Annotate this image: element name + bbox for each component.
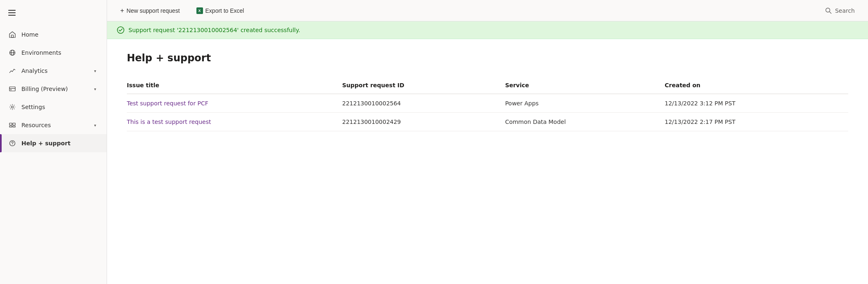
billing-chevron-icon: ▾ — [92, 86, 98, 92]
svg-point-7 — [12, 106, 14, 108]
search-icon — [825, 7, 832, 14]
sidebar-item-environments-label: Environments — [21, 49, 98, 56]
success-banner: Support request '2212130010002564' creat… — [107, 21, 868, 39]
sidebar-item-resources[interactable]: Resources ▾ — [0, 116, 107, 134]
sidebar-item-help-support-label: Help + support — [21, 140, 98, 147]
sidebar-item-home[interactable]: Home — [0, 26, 107, 44]
service-cell: Power Apps — [505, 94, 665, 113]
hamburger-menu-icon[interactable] — [7, 8, 17, 17]
sidebar-item-environments[interactable]: Environments — [0, 44, 107, 62]
sidebar-item-billing[interactable]: Billing (Preview) ▾ — [0, 80, 107, 98]
success-message: Support request '2212130010002564' creat… — [128, 27, 300, 33]
svg-rect-10 — [9, 126, 12, 127]
created-on-cell: 12/13/2022 2:17 PM PST — [665, 113, 848, 131]
page-body: Help + support Issue title Support reque… — [107, 39, 868, 284]
new-support-request-button[interactable]: + New support request — [117, 5, 183, 17]
issue-link-1[interactable]: This is a test support request — [127, 119, 211, 125]
export-label: Export to Excel — [205, 7, 244, 14]
analytics-chevron-icon: ▾ — [92, 68, 98, 74]
svg-rect-11 — [13, 126, 15, 127]
request-id-cell: 2212130010002429 — [342, 113, 505, 131]
excel-icon: X — [196, 7, 203, 14]
sidebar-item-settings[interactable]: Settings — [0, 98, 107, 116]
svg-rect-4 — [9, 87, 15, 91]
sidebar-item-resources-label: Resources — [21, 122, 92, 128]
svg-line-15 — [829, 12, 831, 14]
svg-point-13 — [12, 144, 12, 145]
environments-icon — [8, 49, 16, 57]
help-icon — [8, 139, 16, 147]
sidebar: Home Environments Analytics ▾ — [0, 0, 107, 284]
created-on-cell: 12/13/2022 3:12 PM PST — [665, 94, 848, 113]
svg-rect-9 — [13, 123, 15, 125]
main-content: + New support request X Export to Excel … — [107, 0, 868, 284]
svg-rect-8 — [9, 123, 12, 125]
export-excel-button[interactable]: X Export to Excel — [193, 5, 247, 16]
issue-link-0[interactable]: Test support request for PCF — [127, 100, 208, 107]
settings-icon — [8, 103, 16, 111]
sidebar-header — [0, 0, 107, 26]
sidebar-item-billing-label: Billing (Preview) — [21, 86, 92, 92]
sidebar-item-help-support[interactable]: Help + support — [0, 134, 107, 152]
issue-title-cell: This is a test support request — [127, 113, 342, 131]
table-row: Test support request for PCF221213001000… — [127, 94, 848, 113]
home-icon — [8, 30, 16, 39]
sidebar-item-settings-label: Settings — [21, 104, 98, 110]
new-request-label: New support request — [126, 7, 180, 14]
search-area[interactable]: Search — [822, 5, 858, 16]
search-label: Search — [835, 7, 855, 14]
page-title: Help + support — [127, 52, 848, 64]
svg-point-14 — [826, 8, 830, 12]
sidebar-item-analytics-label: Analytics — [21, 68, 92, 74]
resources-icon — [8, 121, 16, 129]
plus-icon: + — [120, 7, 124, 14]
success-check-icon — [117, 26, 124, 34]
table-header: Issue title Support request ID Service C… — [127, 77, 848, 94]
toolbar: + New support request X Export to Excel … — [107, 0, 868, 21]
table-row: This is a test support request2212130010… — [127, 113, 848, 131]
issue-title-cell: Test support request for PCF — [127, 94, 342, 113]
analytics-icon — [8, 67, 16, 75]
resources-chevron-icon: ▾ — [92, 122, 98, 128]
sidebar-item-analytics[interactable]: Analytics ▾ — [0, 62, 107, 80]
request-id-cell: 2212130010002564 — [342, 94, 505, 113]
billing-icon — [8, 85, 16, 93]
col-created-on: Created on — [665, 77, 848, 94]
svg-rect-0 — [12, 35, 14, 37]
col-issue-title: Issue title — [127, 77, 342, 94]
sidebar-nav: Home Environments Analytics ▾ — [0, 26, 107, 284]
service-cell: Common Data Model — [505, 113, 665, 131]
table-body: Test support request for PCF221213001000… — [127, 94, 848, 131]
support-table: Issue title Support request ID Service C… — [127, 77, 848, 131]
col-request-id: Support request ID — [342, 77, 505, 94]
svg-rect-6 — [10, 90, 12, 91]
col-service: Service — [505, 77, 665, 94]
sidebar-item-home-label: Home — [21, 31, 98, 38]
